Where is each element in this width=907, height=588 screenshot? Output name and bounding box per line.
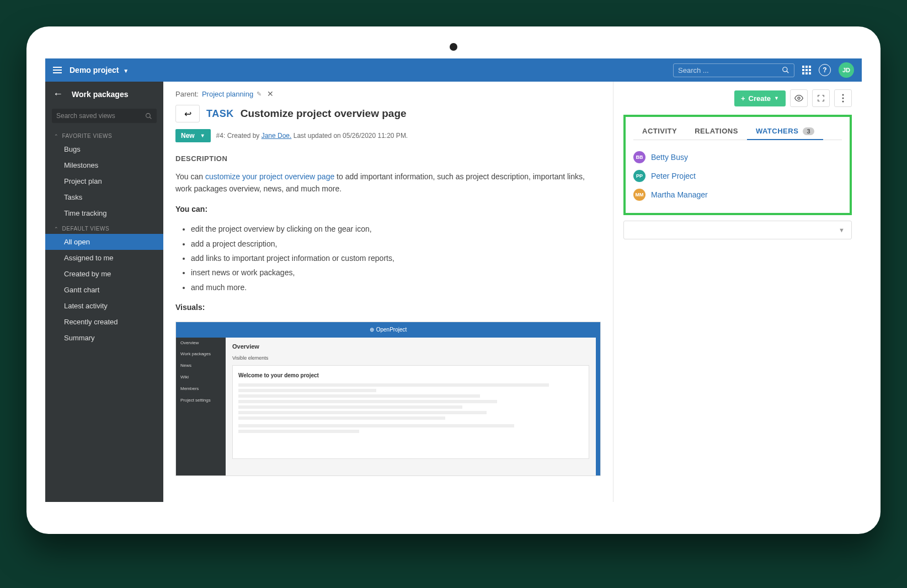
watcher-name[interactable]: Peter Project	[651, 172, 696, 180]
embedded-screenshot: ⊕OpenProject Overview Work packages News…	[175, 322, 601, 476]
watch-icon[interactable]	[790, 89, 808, 107]
svg-point-6	[842, 98, 844, 99]
sidebar-item-tasks[interactable]: Tasks	[45, 189, 163, 205]
sidebar-item-summary[interactable]: Summary	[45, 330, 163, 346]
search-icon	[782, 66, 789, 74]
fullscreen-icon[interactable]	[812, 89, 830, 107]
watcher-name[interactable]: Betty Busy	[651, 153, 688, 162]
more-icon[interactable]	[834, 89, 852, 107]
svg-point-2	[146, 113, 151, 117]
chevron-down-icon: ▼	[774, 95, 779, 101]
tab-activity[interactable]: ACTIVITY	[633, 122, 686, 140]
back-button[interactable]: ↩	[175, 105, 200, 122]
chevron-down-icon: ▼	[839, 227, 845, 233]
content-area: Parent: Project planning ✎ ✕ ↩ TASK Cust…	[163, 82, 613, 502]
sidebar-item-project-plan[interactable]: Project plan	[45, 173, 163, 189]
tab-watchers[interactable]: WATCHERS 3	[747, 122, 823, 140]
watcher-name[interactable]: Martha Manager	[651, 190, 708, 199]
sidebar-item-time-tracking[interactable]: Time tracking	[45, 205, 163, 221]
edit-icon[interactable]: ✎	[257, 90, 262, 98]
chevron-down-icon: ⌃	[54, 133, 59, 139]
tablet-camera	[450, 43, 457, 51]
sidebar-search-input[interactable]	[56, 112, 145, 120]
apps-grid-icon[interactable]	[802, 66, 811, 74]
svg-point-0	[783, 67, 787, 72]
sidebar-item-assigned[interactable]: Assigned to me	[45, 250, 163, 266]
right-column: + Create ▼	[613, 82, 862, 502]
task-meta: #4: Created by Jane Doe. Last updated on…	[216, 132, 408, 140]
sidebar-item-bugs[interactable]: Bugs	[45, 141, 163, 157]
help-icon[interactable]: ?	[819, 64, 831, 76]
sidebar-item-gantt[interactable]: Gantt chart	[45, 282, 163, 298]
svg-point-4	[798, 97, 800, 99]
add-watcher-dropdown[interactable]: ▼	[623, 221, 852, 239]
watcher-avatar: MM	[633, 189, 645, 201]
detail-tabs: ACTIVITY RELATIONS WATCHERS 3	[633, 122, 842, 140]
close-icon[interactable]: ✕	[267, 89, 274, 98]
watchers-list: BBBetty BusyPPPeter ProjectMMMartha Mana…	[633, 148, 842, 204]
hamburger-icon[interactable]	[53, 67, 62, 73]
description-body[interactable]: You can customize your project overview …	[175, 170, 601, 476]
svg-line-1	[787, 71, 789, 73]
create-button[interactable]: + Create ▼	[734, 90, 786, 106]
watcher-row[interactable]: BBBetty Busy	[633, 148, 842, 167]
sidebar-item-created[interactable]: Created by me	[45, 266, 163, 282]
description-list: edit the project overview by clicking on…	[191, 223, 601, 293]
chevron-down-icon: ▼	[123, 68, 129, 74]
global-search[interactable]	[673, 63, 794, 77]
project-selector[interactable]: Demo project ▼	[70, 66, 129, 74]
task-title[interactable]: Customize project overview page	[241, 108, 407, 120]
watcher-avatar: BB	[633, 151, 645, 163]
sidebar-item-milestones[interactable]: Milestones	[45, 157, 163, 173]
description-label: DESCRIPTION	[175, 154, 601, 163]
sidebar-section-favorites[interactable]: ⌃ FAVORITE VIEWS	[45, 129, 163, 141]
user-avatar[interactable]: JD	[839, 62, 854, 78]
chevron-down-icon: ⌃	[54, 226, 59, 232]
sidebar-section-default[interactable]: ⌃ DEFAULT VIEWS	[45, 221, 163, 234]
description-link[interactable]: customize your project overview page	[205, 172, 334, 181]
search-icon	[145, 113, 152, 120]
watcher-row[interactable]: MMMartha Manager	[633, 185, 842, 204]
svg-point-5	[842, 94, 844, 96]
svg-line-3	[150, 117, 151, 119]
watchers-count-badge: 3	[803, 127, 814, 135]
breadcrumb-parent-link[interactable]: Project planning	[202, 90, 253, 98]
topbar: Demo project ▼ ? JD	[45, 58, 862, 82]
author-link[interactable]: Jane Doe.	[262, 132, 292, 140]
tab-relations[interactable]: RELATIONS	[686, 122, 747, 140]
sidebar-title: Work packages	[72, 90, 128, 99]
search-input[interactable]	[678, 66, 782, 74]
sidebar-search[interactable]	[52, 109, 157, 123]
project-name-label: Demo project	[70, 66, 119, 74]
chevron-down-icon: ▼	[200, 133, 205, 138]
breadcrumb-parent-label: Parent:	[175, 90, 199, 98]
watcher-avatar: PP	[633, 170, 645, 182]
svg-point-7	[842, 101, 844, 103]
sidebar-item-latest[interactable]: Latest activity	[45, 298, 163, 314]
watcher-row[interactable]: PPPeter Project	[633, 167, 842, 185]
sidebar: ← Work packages ⌃ FAVORITE VIEWS Bugs Mi…	[45, 82, 163, 502]
back-arrow-icon[interactable]: ←	[53, 88, 63, 100]
breadcrumb: Parent: Project planning ✎ ✕	[175, 89, 601, 98]
plus-icon: +	[741, 94, 745, 103]
status-dropdown[interactable]: New ▼	[175, 129, 211, 142]
task-type: TASK	[206, 108, 234, 120]
sidebar-item-all-open[interactable]: All open	[45, 234, 163, 250]
sidebar-item-recent[interactable]: Recently created	[45, 314, 163, 330]
watchers-highlight: ACTIVITY RELATIONS WATCHERS 3 BBBetty Bu…	[623, 115, 852, 215]
